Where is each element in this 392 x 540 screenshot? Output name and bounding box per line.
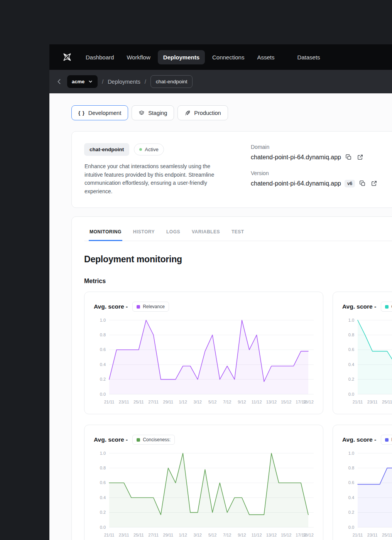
line-chart: 0.00.20.40.60.81.021/1123/1125/11 [342, 449, 392, 540]
legend-chip[interactable]: C [381, 302, 392, 312]
env-label: Development [88, 110, 121, 116]
svg-text:1/12: 1/12 [179, 400, 187, 404]
breadcrumb-endpoint-chip[interactable]: chat-endpoint [150, 75, 193, 88]
legend-chip[interactable]: H [381, 435, 392, 445]
svg-text:23/11: 23/11 [119, 400, 129, 404]
svg-text:23/11: 23/11 [367, 400, 378, 404]
nav-item-deployments[interactable]: Deployments [158, 50, 205, 64]
breadcrumb-deployments[interactable]: Deployments [108, 79, 140, 85]
chart-title: Avg. score - [94, 303, 128, 310]
legend-swatch-icon [137, 438, 140, 442]
svg-text:15/12: 15/12 [281, 400, 292, 404]
svg-text:27/11: 27/11 [148, 533, 159, 537]
legend-swatch-icon [137, 305, 140, 309]
main-content: { } Development Staging [49, 93, 392, 540]
main-nav: Dashboard Workflow Deployments Connectio… [80, 50, 326, 64]
svg-text:11/12: 11/12 [252, 400, 262, 404]
svg-text:0.0: 0.0 [100, 392, 106, 396]
version-field: Version chatend-point-pi-64.dynamiq.app … [251, 170, 378, 187]
svg-text:21/11: 21/11 [353, 533, 363, 537]
svg-text:18/12: 18/12 [303, 533, 314, 537]
legend-label: Relevance [143, 304, 165, 309]
nav-item-datasets[interactable]: Datasets [292, 50, 325, 64]
nav-item-assets[interactable]: Assets [252, 50, 280, 64]
svg-text:7/12: 7/12 [223, 533, 231, 537]
back-icon[interactable] [55, 78, 63, 86]
svg-text:3/12: 3/12 [194, 533, 202, 537]
svg-text:1.0: 1.0 [100, 451, 106, 455]
svg-text:3/12: 3/12 [194, 400, 202, 404]
line-chart: 0.00.20.40.60.81.021/1123/1125/11 [342, 316, 392, 408]
svg-text:13/12: 13/12 [266, 400, 277, 404]
tab-variables[interactable]: VARIABLES [191, 227, 221, 241]
domain-value: chatend-point-pi-64.dynamiq.app [251, 154, 341, 161]
svg-text:0.2: 0.2 [348, 510, 354, 515]
breadcrumb-separator: / [145, 79, 146, 85]
org-name: acme [72, 79, 84, 84]
svg-text:18/12: 18/12 [303, 400, 314, 404]
endpoint-description: Enhance your chat interactions seamlessl… [84, 162, 220, 196]
nav-item-workflow[interactable]: Workflow [121, 50, 155, 64]
svg-text:11/12: 11/12 [252, 533, 262, 537]
tab-test[interactable]: TEST [231, 227, 245, 241]
tab-monitoring[interactable]: MONITORING [89, 227, 122, 241]
legend-chip[interactable]: Conciseness: [132, 435, 175, 445]
env-production-button[interactable]: Production [177, 105, 228, 120]
svg-text:13/12: 13/12 [266, 533, 277, 537]
nav-item-dashboard[interactable]: Dashboard [80, 50, 119, 64]
svg-text:0.0: 0.0 [348, 392, 354, 396]
svg-text:0.8: 0.8 [100, 466, 106, 470]
svg-text:5/12: 5/12 [208, 533, 216, 537]
copy-icon[interactable] [345, 153, 353, 161]
page-title: Deployment monitoring [84, 254, 392, 265]
chevron-down-icon [88, 79, 93, 84]
domain-field: Domain chatend-point-pi-64.dynamiq.app [251, 144, 378, 161]
copy-icon[interactable] [358, 179, 367, 187]
tab-history[interactable]: HISTORY [132, 227, 155, 241]
dynamiq-logo-icon[interactable] [62, 52, 73, 62]
svg-text:1.0: 1.0 [348, 317, 354, 322]
svg-text:9/12: 9/12 [238, 400, 246, 404]
tab-logs[interactable]: LOGS [166, 227, 181, 241]
monitoring-card: MONITORING HISTORY LOGS VARIABLES TEST D… [71, 216, 392, 540]
env-label: Production [194, 110, 221, 116]
svg-text:0.6: 0.6 [348, 347, 354, 352]
svg-text:1/12: 1/12 [179, 533, 187, 537]
svg-text:25/11: 25/11 [133, 400, 144, 404]
svg-text:0.2: 0.2 [100, 510, 106, 515]
nav-item-connections[interactable]: Connections [207, 50, 250, 64]
svg-text:25/11: 25/11 [382, 400, 392, 404]
metrics-grid: Avg. score - Relevance 0.00.20.40.60.81.… [84, 292, 392, 540]
breadcrumb-separator: / [102, 79, 103, 85]
domain-label: Domain [251, 144, 378, 150]
svg-text:0.8: 0.8 [348, 332, 354, 337]
app-window: Dashboard Workflow Deployments Connectio… [49, 44, 392, 540]
svg-text:25/11: 25/11 [382, 533, 392, 537]
env-label: Staging [148, 110, 167, 116]
env-development-button[interactable]: { } Development [71, 105, 128, 120]
external-link-icon[interactable] [370, 179, 378, 187]
chart-title: Avg. score - [342, 303, 376, 310]
legend-swatch-icon [385, 305, 389, 309]
svg-text:21/11: 21/11 [104, 400, 115, 404]
svg-text:0.4: 0.4 [100, 495, 106, 500]
endpoint-info-card: chat-endpoint Active Enhance your chat i… [71, 131, 392, 208]
svg-text:0.6: 0.6 [348, 480, 354, 485]
status-label: Active [145, 147, 158, 152]
env-staging-button[interactable]: Staging [132, 105, 174, 120]
svg-text:29/11: 29/11 [163, 533, 174, 537]
braces-icon: { } [78, 110, 85, 116]
metric-card-2: Avg. score - C 0.00.20.40.60.81.021/1123… [333, 292, 392, 414]
status-badge: Active [134, 143, 164, 155]
org-switcher[interactable]: acme [67, 75, 98, 88]
svg-text:25/11: 25/11 [133, 533, 144, 537]
endpoint-details: Domain chatend-point-pi-64.dynamiq.app [251, 143, 378, 196]
external-link-icon[interactable] [356, 153, 364, 161]
legend-chip[interactable]: Relevance [132, 302, 169, 312]
chart-title: Avg. score - [342, 436, 376, 443]
svg-text:0.6: 0.6 [100, 480, 106, 485]
svg-text:0.8: 0.8 [100, 332, 106, 337]
metric-card-conciseness: Avg. score - Conciseness: 0.00.20.40.60.… [84, 425, 323, 540]
legend-label: Conciseness: [143, 437, 171, 442]
svg-text:21/11: 21/11 [104, 533, 115, 537]
